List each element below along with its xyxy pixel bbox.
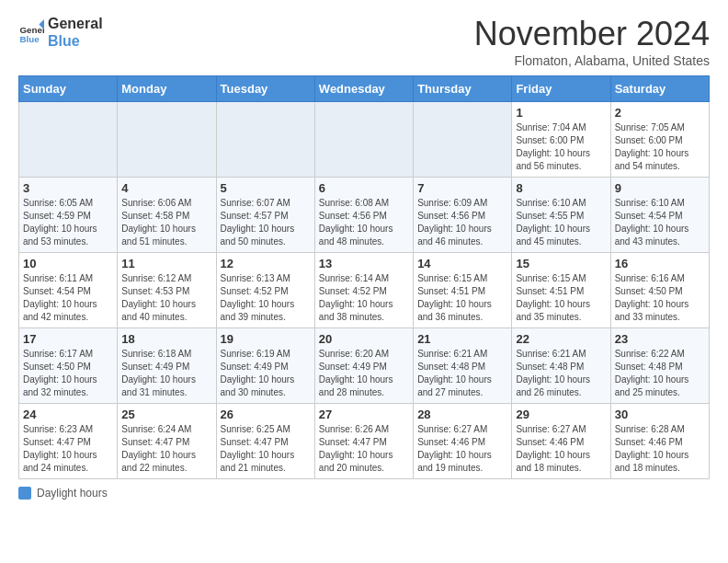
- calendar-cell: 28Sunrise: 6:27 AM Sunset: 4:46 PM Dayli…: [414, 404, 512, 479]
- legend: Daylight hours: [18, 487, 710, 500]
- day-number: 12: [221, 257, 311, 270]
- logo-blue: Blue: [48, 32, 103, 50]
- calendar: SundayMondayTuesdayWednesdayThursdayFrid…: [18, 75, 710, 479]
- day-number: 5: [221, 181, 311, 195]
- calendar-cell: 7Sunrise: 6:09 AM Sunset: 4:56 PM Daylig…: [414, 178, 512, 253]
- day-number: 9: [615, 181, 705, 195]
- day-number: 20: [319, 332, 409, 346]
- day-number: 14: [417, 257, 507, 270]
- day-info: Sunrise: 7:04 AM Sunset: 6:00 PM Dayligh…: [516, 121, 606, 173]
- day-info: Sunrise: 6:21 AM Sunset: 4:48 PM Dayligh…: [417, 348, 507, 399]
- day-info: Sunrise: 6:18 AM Sunset: 4:49 PM Dayligh…: [121, 348, 211, 399]
- day-info: Sunrise: 6:27 AM Sunset: 4:46 PM Dayligh…: [516, 423, 606, 475]
- day-number: 7: [417, 181, 507, 195]
- day-number: 16: [615, 257, 705, 270]
- day-info: Sunrise: 6:12 AM Sunset: 4:53 PM Dayligh…: [121, 272, 211, 324]
- calendar-col-tuesday: Tuesday: [216, 76, 314, 102]
- day-info: Sunrise: 6:21 AM Sunset: 4:48 PM Dayligh…: [516, 348, 606, 399]
- day-number: 19: [221, 332, 311, 346]
- day-number: 21: [417, 332, 507, 346]
- calendar-cell: 5Sunrise: 6:07 AM Sunset: 4:57 PM Daylig…: [216, 178, 314, 253]
- calendar-cell: 9Sunrise: 6:10 AM Sunset: 4:54 PM Daylig…: [610, 178, 709, 253]
- calendar-week-3: 17Sunrise: 6:17 AM Sunset: 4:50 PM Dayli…: [19, 328, 710, 404]
- day-number: 3: [23, 181, 113, 195]
- location: Flomaton, Alabama, United States: [474, 53, 710, 68]
- month-title: November 2024: [474, 15, 710, 53]
- calendar-week-4: 24Sunrise: 6:23 AM Sunset: 4:47 PM Dayli…: [19, 404, 710, 479]
- day-number: 18: [121, 332, 211, 346]
- calendar-cell: [19, 102, 118, 178]
- day-info: Sunrise: 6:25 AM Sunset: 4:47 PM Dayligh…: [221, 423, 311, 475]
- calendar-cell: [314, 102, 413, 178]
- day-info: Sunrise: 6:13 AM Sunset: 4:52 PM Dayligh…: [221, 272, 311, 324]
- day-info: Sunrise: 6:16 AM Sunset: 4:50 PM Dayligh…: [615, 272, 705, 324]
- calendar-col-wednesday: Wednesday: [314, 76, 413, 102]
- calendar-cell: 24Sunrise: 6:23 AM Sunset: 4:47 PM Dayli…: [19, 404, 118, 479]
- calendar-cell: [216, 102, 314, 178]
- day-number: 10: [23, 257, 113, 270]
- calendar-cell: 12Sunrise: 6:13 AM Sunset: 4:52 PM Dayli…: [216, 253, 314, 328]
- day-number: 15: [516, 257, 606, 270]
- day-info: Sunrise: 6:28 AM Sunset: 4:46 PM Dayligh…: [615, 423, 705, 475]
- day-info: Sunrise: 6:23 AM Sunset: 4:47 PM Dayligh…: [23, 423, 113, 475]
- title-section: November 2024 Flomaton, Alabama, United …: [474, 15, 710, 68]
- calendar-cell: 2Sunrise: 7:05 AM Sunset: 6:00 PM Daylig…: [610, 102, 709, 178]
- day-number: 27: [319, 408, 409, 421]
- calendar-col-sunday: Sunday: [19, 76, 118, 102]
- day-number: 26: [221, 408, 311, 421]
- calendar-col-monday: Monday: [118, 76, 216, 102]
- calendar-cell: 21Sunrise: 6:21 AM Sunset: 4:48 PM Dayli…: [414, 328, 512, 404]
- day-number: 11: [121, 257, 211, 270]
- calendar-col-thursday: Thursday: [414, 76, 512, 102]
- calendar-week-1: 3Sunrise: 6:05 AM Sunset: 4:59 PM Daylig…: [19, 178, 710, 253]
- calendar-header-row: SundayMondayTuesdayWednesdayThursdayFrid…: [19, 76, 710, 102]
- day-number: 1: [516, 106, 606, 120]
- svg-text:Blue: Blue: [19, 34, 40, 44]
- day-info: Sunrise: 6:05 AM Sunset: 4:59 PM Dayligh…: [23, 197, 113, 248]
- day-number: 29: [516, 408, 606, 421]
- calendar-cell: 18Sunrise: 6:18 AM Sunset: 4:49 PM Dayli…: [118, 328, 216, 404]
- day-number: 17: [23, 332, 113, 346]
- day-info: Sunrise: 6:26 AM Sunset: 4:47 PM Dayligh…: [319, 423, 409, 475]
- day-number: 28: [417, 408, 507, 421]
- calendar-cell: 4Sunrise: 6:06 AM Sunset: 4:58 PM Daylig…: [118, 178, 216, 253]
- calendar-cell: 25Sunrise: 6:24 AM Sunset: 4:47 PM Dayli…: [118, 404, 216, 479]
- day-number: 13: [319, 257, 409, 270]
- day-number: 6: [319, 181, 409, 195]
- day-info: Sunrise: 6:09 AM Sunset: 4:56 PM Dayligh…: [417, 197, 507, 248]
- calendar-cell: 1Sunrise: 7:04 AM Sunset: 6:00 PM Daylig…: [512, 102, 610, 178]
- calendar-cell: 17Sunrise: 6:17 AM Sunset: 4:50 PM Dayli…: [19, 328, 118, 404]
- day-number: 30: [615, 408, 705, 421]
- day-info: Sunrise: 6:24 AM Sunset: 4:47 PM Dayligh…: [121, 423, 211, 475]
- calendar-cell: 16Sunrise: 6:16 AM Sunset: 4:50 PM Dayli…: [610, 253, 709, 328]
- calendar-cell: 8Sunrise: 6:10 AM Sunset: 4:55 PM Daylig…: [512, 178, 610, 253]
- legend-box: [18, 487, 31, 500]
- page: General Blue General Blue November 2024 …: [0, 0, 728, 514]
- logo-general: General: [48, 15, 103, 32]
- calendar-cell: 15Sunrise: 6:15 AM Sunset: 4:51 PM Dayli…: [512, 253, 610, 328]
- calendar-cell: 6Sunrise: 6:08 AM Sunset: 4:56 PM Daylig…: [314, 178, 413, 253]
- calendar-cell: 10Sunrise: 6:11 AM Sunset: 4:54 PM Dayli…: [19, 253, 118, 328]
- day-info: Sunrise: 6:10 AM Sunset: 4:55 PM Dayligh…: [516, 197, 606, 248]
- day-info: Sunrise: 6:17 AM Sunset: 4:50 PM Dayligh…: [23, 348, 113, 399]
- calendar-cell: 11Sunrise: 6:12 AM Sunset: 4:53 PM Dayli…: [118, 253, 216, 328]
- calendar-cell: 14Sunrise: 6:15 AM Sunset: 4:51 PM Dayli…: [414, 253, 512, 328]
- calendar-col-saturday: Saturday: [610, 76, 709, 102]
- calendar-cell: [118, 102, 216, 178]
- day-number: 4: [121, 181, 211, 195]
- day-info: Sunrise: 6:19 AM Sunset: 4:49 PM Dayligh…: [221, 348, 311, 399]
- calendar-cell: 19Sunrise: 6:19 AM Sunset: 4:49 PM Dayli…: [216, 328, 314, 404]
- day-number: 25: [121, 408, 211, 421]
- calendar-week-2: 10Sunrise: 6:11 AM Sunset: 4:54 PM Dayli…: [19, 253, 710, 328]
- day-info: Sunrise: 6:22 AM Sunset: 4:48 PM Dayligh…: [615, 348, 705, 399]
- day-number: 23: [615, 332, 705, 346]
- calendar-cell: [414, 102, 512, 178]
- calendar-cell: 22Sunrise: 6:21 AM Sunset: 4:48 PM Dayli…: [512, 328, 610, 404]
- calendar-cell: 30Sunrise: 6:28 AM Sunset: 4:46 PM Dayli…: [610, 404, 709, 479]
- calendar-cell: 26Sunrise: 6:25 AM Sunset: 4:47 PM Dayli…: [216, 404, 314, 479]
- legend-label: Daylight hours: [37, 487, 108, 500]
- day-info: Sunrise: 6:20 AM Sunset: 4:49 PM Dayligh…: [319, 348, 409, 399]
- logo: General Blue General Blue: [18, 15, 103, 50]
- day-info: Sunrise: 6:10 AM Sunset: 4:54 PM Dayligh…: [615, 197, 705, 248]
- day-info: Sunrise: 6:15 AM Sunset: 4:51 PM Dayligh…: [417, 272, 507, 324]
